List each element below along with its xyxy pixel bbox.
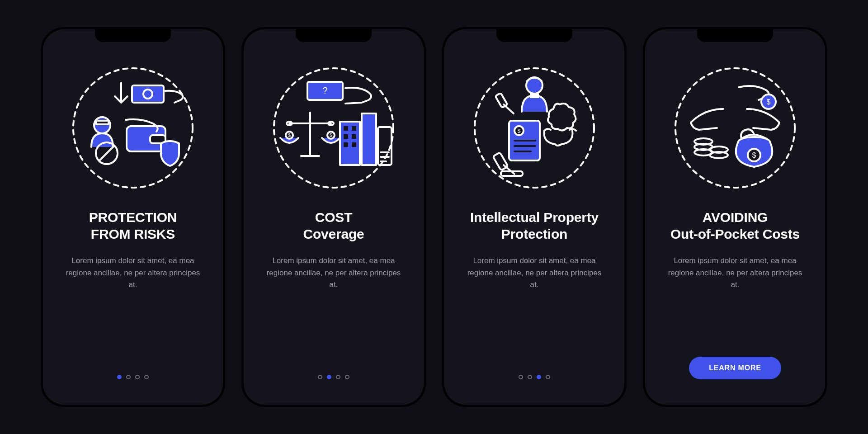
page-dot-1[interactable] [318, 375, 322, 379]
title-line-2: Coverage [303, 226, 364, 241]
page-dot-3[interactable] [336, 375, 340, 379]
svg-rect-24 [352, 134, 356, 139]
screen-bottom [43, 375, 223, 379]
protection-risks-icon [69, 64, 197, 192]
page-dot-3[interactable] [537, 375, 541, 379]
page-dot-4[interactable] [144, 375, 149, 379]
page-dot-1[interactable] [519, 375, 523, 379]
onboarding-screen-3: $ Intellectual Property Protection Lorem… [442, 27, 627, 407]
page-dots [318, 375, 349, 379]
svg-line-36 [504, 104, 514, 113]
page-dot-4[interactable] [546, 375, 550, 379]
onboarding-screen-4: $ [643, 27, 827, 407]
svg-rect-4 [96, 121, 108, 124]
svg-rect-20 [340, 122, 360, 165]
phone-notch [697, 29, 773, 42]
title-line-2: Out-of-Pocket Costs [670, 226, 800, 241]
screen-title: Intellectual Property Protection [470, 209, 599, 242]
svg-rect-21 [344, 126, 348, 131]
page-dot-4[interactable] [345, 375, 349, 379]
page-dots [519, 375, 550, 379]
screen-bottom [444, 375, 624, 379]
title-line-1: PROTECTION [89, 210, 177, 225]
page-dot-2[interactable] [528, 375, 532, 379]
title-line-2: FROM RISKS [91, 226, 175, 241]
title-line-2: Protection [501, 226, 567, 241]
phone-notch [496, 29, 572, 42]
svg-rect-28 [378, 127, 392, 165]
page-dot-2[interactable] [126, 375, 131, 379]
onboarding-screen-1: PROTECTION FROM RISKS Lorem ipsum dolor … [41, 27, 225, 407]
cost-coverage-icon: ? $ $ [269, 64, 398, 192]
title-line-1: AVOIDING [703, 210, 768, 225]
svg-rect-23 [344, 134, 348, 139]
onboarding-screen-2: ? $ $ [241, 27, 426, 407]
page-dot-2[interactable] [327, 375, 331, 379]
svg-line-6 [99, 146, 114, 160]
screen-title: PROTECTION FROM RISKS [89, 209, 177, 242]
svg-text:$: $ [518, 128, 521, 134]
svg-rect-25 [344, 142, 348, 147]
svg-line-44 [504, 165, 514, 174]
onboarding-canvas: PROTECTION FROM RISKS Lorem ipsum dolor … [0, 0, 868, 434]
screen-title: AVOIDING Out-of-Pocket Costs [670, 209, 800, 242]
page-dot-1[interactable] [117, 375, 122, 379]
title-line-1: Intellectual Property [470, 210, 599, 225]
svg-rect-26 [352, 142, 356, 147]
svg-text:$: $ [330, 133, 332, 138]
learn-more-button[interactable]: LEARN MORE [689, 357, 781, 379]
svg-rect-27 [362, 113, 376, 165]
svg-text:$: $ [752, 151, 756, 159]
svg-text:$: $ [288, 133, 291, 138]
svg-rect-45 [501, 171, 523, 176]
screen-description: Lorem ipsum dolor sit amet, ea mea regio… [61, 255, 205, 291]
svg-rect-22 [352, 126, 356, 131]
page-dot-3[interactable] [135, 375, 140, 379]
page-dots [117, 375, 149, 379]
screen-bottom [244, 375, 424, 379]
svg-rect-1 [132, 85, 164, 103]
screen-bottom: LEARN MORE [645, 357, 825, 379]
phone-notch [95, 29, 171, 42]
screen-title: COST Coverage [303, 209, 364, 242]
screen-description: Lorem ipsum dolor sit amet, ea mea regio… [261, 255, 406, 291]
screen-description: Lorem ipsum dolor sit amet, ea mea regio… [462, 255, 607, 291]
svg-text:$: $ [767, 98, 771, 106]
svg-rect-34 [530, 94, 539, 98]
phone-notch [296, 29, 372, 42]
screen-description: Lorem ipsum dolor sit amet, ea mea regio… [663, 255, 807, 291]
title-line-1: COST [315, 210, 353, 225]
ip-protection-icon: $ [470, 64, 599, 192]
out-of-pocket-icon: $ [671, 64, 799, 192]
svg-text:?: ? [322, 85, 327, 95]
